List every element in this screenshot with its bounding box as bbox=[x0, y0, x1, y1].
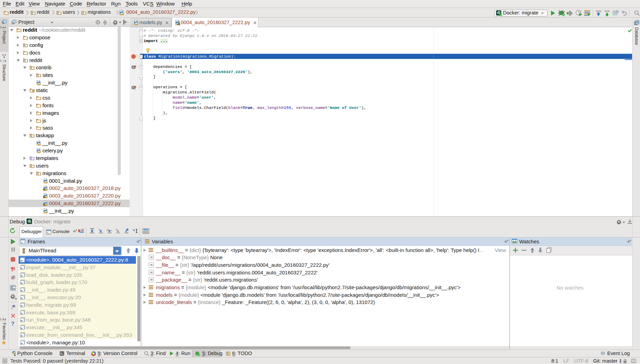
svg-text:VCS: VCS bbox=[604, 10, 610, 12]
svg-text:VCS: VCS bbox=[596, 10, 601, 12]
